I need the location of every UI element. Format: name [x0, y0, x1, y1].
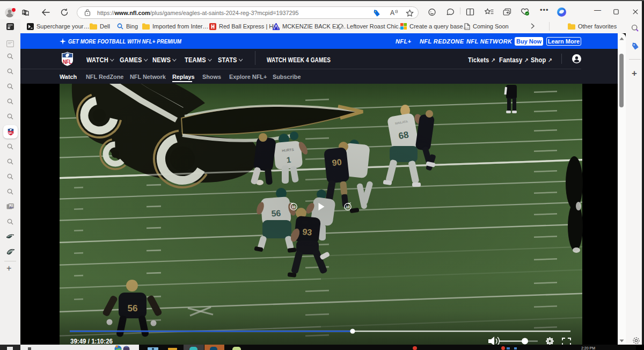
svg-text:NFL: NFL [63, 59, 72, 65]
svg-text:10: 10 [346, 205, 350, 209]
svg-text:NFL: NFL [8, 132, 13, 135]
svg-text:10: 10 [291, 205, 296, 209]
svg-text:39:49 / 1:10:26: 39:49 / 1:10:26 [70, 337, 113, 345]
